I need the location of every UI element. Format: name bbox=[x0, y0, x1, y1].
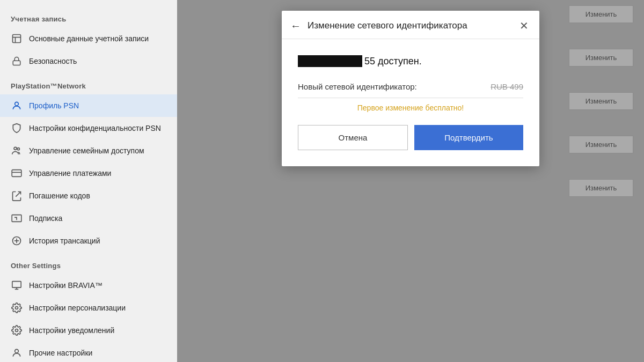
svg-rect-7 bbox=[12, 170, 21, 177]
modal-body: 55 доступен. Новый сетевой идентификатор… bbox=[282, 39, 539, 166]
account-icon bbox=[11, 33, 23, 45]
family-icon bbox=[11, 145, 23, 157]
bravia-icon bbox=[11, 279, 23, 291]
svg-point-16 bbox=[16, 307, 18, 309]
svg-point-4 bbox=[15, 102, 19, 106]
sidebar-item-family[interactable]: Управление семейным доступом bbox=[0, 139, 177, 162]
psn-privacy-icon bbox=[11, 122, 23, 134]
svg-point-6 bbox=[17, 148, 19, 150]
svg-point-18 bbox=[15, 349, 19, 353]
modal-title: Изменение сетевого идентификатора bbox=[308, 20, 519, 31]
modal-header: ← Изменение сетевого идентификатора ✕ bbox=[282, 11, 539, 39]
redeem-icon bbox=[11, 190, 23, 202]
confirm-button[interactable]: Подтвердить bbox=[414, 125, 523, 150]
sidebar-item-bravia-label: Настройки BRAVIA™ bbox=[29, 280, 103, 290]
sidebar-item-security[interactable]: Безопасность bbox=[0, 50, 177, 72]
psn-profile-icon bbox=[11, 100, 23, 112]
sidebar-item-transactions[interactable]: История трансакций bbox=[0, 230, 177, 252]
sidebar-item-personalization[interactable]: Настройки персонализации bbox=[0, 297, 177, 319]
modal-price-row: Новый сетевой идентификатор: RUB 499 bbox=[298, 82, 523, 98]
modal-overlay: ← Изменение сетевого идентификатора ✕ 55… bbox=[177, 0, 644, 362]
sidebar-item-psn-profile[interactable]: Профиль PSN bbox=[0, 94, 177, 117]
modal-dialog: ← Изменение сетевого идентификатора ✕ 55… bbox=[282, 11, 539, 166]
modal-back-button[interactable]: ← bbox=[290, 20, 308, 31]
sidebar-item-other-settings[interactable]: Прочие настройки bbox=[0, 342, 177, 362]
sidebar-item-account-basic[interactable]: Основные данные учетной записи bbox=[0, 27, 177, 50]
main-content: Изменить Изменить Изменить Изменить Изме… bbox=[177, 0, 644, 362]
modal-buttons: Отмена Подтвердить bbox=[298, 125, 523, 150]
section-account: Учетная запись bbox=[0, 5, 177, 27]
modal-available-text: 55 доступен. bbox=[298, 55, 523, 67]
sidebar-item-subscription-label: Подписка bbox=[29, 213, 62, 223]
subscription-icon bbox=[11, 212, 23, 224]
sidebar-item-redeem[interactable]: Погашение кодов bbox=[0, 184, 177, 207]
id-redacted-block bbox=[298, 55, 362, 67]
section-psn: PlayStation™Network bbox=[0, 72, 177, 94]
sidebar-item-notifications-label: Настройки уведомлений bbox=[29, 326, 114, 335]
svg-point-5 bbox=[14, 147, 17, 150]
sidebar-item-psn-privacy-label: Настройки конфиденциальности PSN bbox=[29, 123, 161, 133]
sidebar-item-notifications[interactable]: Настройки уведомлений bbox=[0, 319, 177, 342]
notifications-icon bbox=[11, 324, 23, 336]
svg-rect-13 bbox=[12, 282, 21, 287]
svg-point-17 bbox=[16, 329, 18, 332]
sidebar-item-payments-label: Управление платежами bbox=[29, 168, 111, 178]
sidebar-item-transactions-label: История трансакций bbox=[29, 236, 100, 246]
other-settings-icon bbox=[11, 347, 23, 359]
available-suffix: 55 доступен. bbox=[364, 56, 422, 67]
sidebar-item-psn-privacy[interactable]: Настройки конфиденциальности PSN bbox=[0, 117, 177, 139]
sidebar-item-payments[interactable]: Управление платежами bbox=[0, 162, 177, 184]
sidebar-item-bravia[interactable]: Настройки BRAVIA™ bbox=[0, 274, 177, 297]
sidebar-item-redeem-label: Погашение кодов bbox=[29, 191, 90, 201]
sidebar: Учетная запись Основные данные учетной з… bbox=[0, 0, 177, 362]
modal-free-text: Первое изменение бесплатно! bbox=[298, 104, 523, 112]
section-other: Other Settings bbox=[0, 252, 177, 274]
payments-icon bbox=[11, 167, 23, 179]
modal-price-label: Новый сетевой идентификатор: bbox=[298, 82, 417, 91]
cancel-button[interactable]: Отмена bbox=[298, 125, 408, 150]
sidebar-item-security-label: Безопасность bbox=[29, 56, 77, 66]
transactions-icon bbox=[11, 235, 23, 247]
svg-rect-3 bbox=[13, 61, 20, 65]
personalization-icon bbox=[11, 302, 23, 314]
svg-rect-0 bbox=[13, 35, 21, 43]
sidebar-item-psn-profile-label: Профиль PSN bbox=[29, 101, 79, 110]
sidebar-item-account-basic-label: Основные данные учетной записи bbox=[29, 34, 149, 43]
modal-price-value: RUB 499 bbox=[491, 82, 523, 91]
lock-icon bbox=[11, 55, 23, 67]
modal-close-button[interactable]: ✕ bbox=[519, 20, 529, 31]
sidebar-item-other-settings-label: Прочие настройки bbox=[29, 348, 92, 358]
sidebar-item-subscription[interactable]: Подписка bbox=[0, 207, 177, 230]
sidebar-item-family-label: Управление семейным доступом bbox=[29, 146, 144, 156]
sidebar-item-personalization-label: Настройки персонализации bbox=[29, 303, 126, 313]
